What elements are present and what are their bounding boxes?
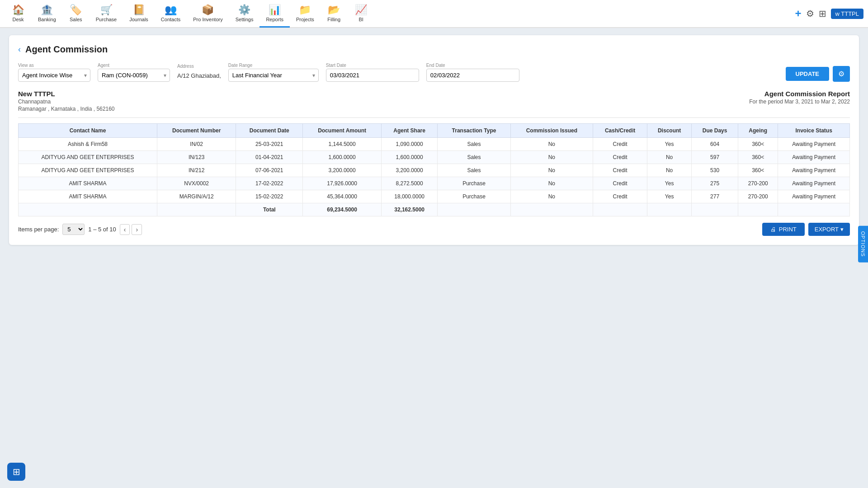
nav-label-bi: BI: [359, 17, 363, 22]
nav-label-banking: Banking: [38, 17, 56, 22]
nav-item-reports[interactable]: 📊 Reports: [259, 0, 290, 28]
back-button[interactable]: ‹: [18, 45, 21, 54]
date-range-select-wrapper: Last Financial Year: [228, 69, 319, 82]
total-cell: [510, 203, 593, 216]
table-row[interactable]: AMIT SHARMAMARGIN/A/1215-02-202245,364.0…: [19, 190, 850, 203]
banking-icon: 🏦: [41, 4, 53, 16]
company-info: New TTTPL Channapatna Ramanagar , Karnat…: [18, 90, 114, 112]
report-period: For the period Mar 3, 2021 to Mar 2, 202…: [749, 99, 850, 105]
end-date-filter: End Date: [426, 63, 519, 82]
date-range-select[interactable]: Last Financial Year: [228, 69, 319, 82]
grid-icon[interactable]: ⊞: [819, 8, 826, 19]
table-cell: 275: [692, 177, 738, 190]
table-cell: ADITYUG AND GEET ENTERPRISES: [19, 151, 157, 164]
nav-item-pro-inventory[interactable]: 📦 Pro Inventory: [187, 0, 229, 28]
nav-item-desk[interactable]: 🏠 Desk: [5, 0, 32, 28]
agent-select-wrapper: Ram (CON-0059): [98, 69, 170, 82]
table-cell: 18,000.0000: [381, 190, 437, 203]
nav-item-journals[interactable]: 📔 Journals: [123, 0, 155, 28]
col-contact-name: Contact Name: [19, 124, 157, 138]
table-cell: 597: [692, 151, 738, 164]
start-date-filter: Start Date: [326, 63, 419, 82]
nav-item-projects[interactable]: 📁 Projects: [290, 0, 321, 28]
prev-page-button[interactable]: ‹: [120, 224, 130, 235]
table-cell: Credit: [593, 138, 647, 151]
table-cell: ADITYUG AND GEET ENTERPRISES: [19, 164, 157, 177]
view-as-select-wrapper: Agent Invoice Wise: [18, 69, 90, 82]
print-button[interactable]: 🖨 PRINT: [762, 223, 805, 236]
table-cell: 360<: [738, 164, 778, 177]
total-cell: [647, 203, 692, 216]
nav-label-settings: Settings: [236, 17, 254, 22]
nav-item-bi[interactable]: 📈 BI: [348, 0, 375, 28]
end-date-input[interactable]: [426, 69, 519, 82]
table-cell: IN/123: [157, 151, 236, 164]
table-header-row: Contact Name Document Number Document Da…: [19, 124, 850, 138]
table-row[interactable]: ADITYUG AND GEET ENTERPRISESIN/12301-04-…: [19, 151, 850, 164]
filter-settings-button[interactable]: ⚙: [833, 66, 850, 82]
nav-item-banking[interactable]: 🏦 Banking: [32, 0, 62, 28]
col-due-days: Due Days: [692, 124, 738, 138]
table-cell: 1,600.0000: [303, 151, 382, 164]
nav-item-sales[interactable]: 🏷️ Sales: [62, 0, 90, 28]
update-button[interactable]: UPDATE: [786, 67, 829, 81]
add-button[interactable]: +: [795, 7, 801, 20]
table-cell: MARGIN/A/12: [157, 190, 236, 203]
table-cell: 17-02-2022: [236, 177, 303, 190]
view-as-label: View as: [18, 63, 90, 68]
sales-icon: 🏷️: [70, 4, 82, 16]
next-page-button[interactable]: ›: [132, 224, 142, 235]
total-cell: [778, 203, 850, 216]
nav-item-settings[interactable]: ⚙️ Settings: [229, 0, 260, 28]
col-ageing: Ageing: [738, 124, 778, 138]
items-per-page-select[interactable]: 5 10 25: [62, 224, 85, 235]
col-agent-share: Agent Share: [381, 124, 437, 138]
contacts-icon: 👥: [165, 4, 177, 16]
table-total-row: Total69,234.500032,162.5000: [19, 203, 850, 216]
agent-select[interactable]: Ram (CON-0059): [98, 69, 170, 82]
table-cell: 270-200: [738, 177, 778, 190]
agent-filter: Agent Ram (CON-0059): [98, 63, 170, 82]
total-cell: [438, 203, 510, 216]
export-button[interactable]: EXPORT ▾: [808, 223, 850, 236]
table-cell: 1,144.5000: [303, 138, 382, 151]
gear-icon[interactable]: ⚙: [806, 8, 814, 19]
date-range-filter: Date Range Last Financial Year: [228, 63, 319, 82]
table-cell: No: [647, 151, 692, 164]
table-cell: NVX/0002: [157, 177, 236, 190]
journals-icon: 📔: [133, 4, 145, 16]
table-row[interactable]: ADITYUG AND GEET ENTERPRISESIN/21207-06-…: [19, 164, 850, 177]
table-cell: Purchase: [438, 190, 510, 203]
table-cell: Credit: [593, 151, 647, 164]
table-cell: 604: [692, 138, 738, 151]
table-cell: AMIT SHARMA: [19, 177, 157, 190]
table-row[interactable]: Ashish & Firm58IN/0225-03-20211,144.5000…: [19, 138, 850, 151]
table-cell: AMIT SHARMA: [19, 190, 157, 203]
table-cell: 25-03-2021: [236, 138, 303, 151]
table-cell: 270-200: [738, 190, 778, 203]
view-as-select[interactable]: Agent Invoice Wise: [18, 69, 90, 82]
main-content: ‹ Agent Commission View as Agent Invoice…: [0, 28, 868, 252]
table-cell: 07-06-2021: [236, 164, 303, 177]
table-cell: Credit: [593, 164, 647, 177]
nav-item-filling[interactable]: 📂 Filling: [321, 0, 348, 28]
nav-item-contacts[interactable]: 👥 Contacts: [155, 0, 187, 28]
user-menu[interactable]: w TTTPL: [831, 9, 864, 19]
col-doc-number: Document Number: [157, 124, 236, 138]
table-row[interactable]: AMIT SHARMANVX/000217-02-202217,926.0000…: [19, 177, 850, 190]
start-date-input[interactable]: [326, 69, 419, 82]
purchase-icon: 🛒: [100, 4, 113, 16]
nav-label-contacts: Contacts: [161, 17, 180, 22]
table-cell: Sales: [438, 164, 510, 177]
table-cell: Credit: [593, 190, 647, 203]
nav-item-purchase[interactable]: 🛒 Purchase: [90, 0, 123, 28]
nav-label-reports: Reports: [266, 17, 283, 22]
options-tab[interactable]: OPTIONS: [858, 226, 868, 252]
total-cell: [738, 203, 778, 216]
col-transaction-type: Transaction Type: [438, 124, 510, 138]
nav-label-desk: Desk: [12, 17, 24, 22]
total-cell: 69,234.5000: [303, 203, 382, 216]
table-body: Ashish & Firm58IN/0225-03-20211,144.5000…: [19, 138, 850, 216]
table-cell: Awaiting Payment: [778, 164, 850, 177]
pagination-right: 🖨 PRINT EXPORT ▾: [762, 223, 850, 236]
